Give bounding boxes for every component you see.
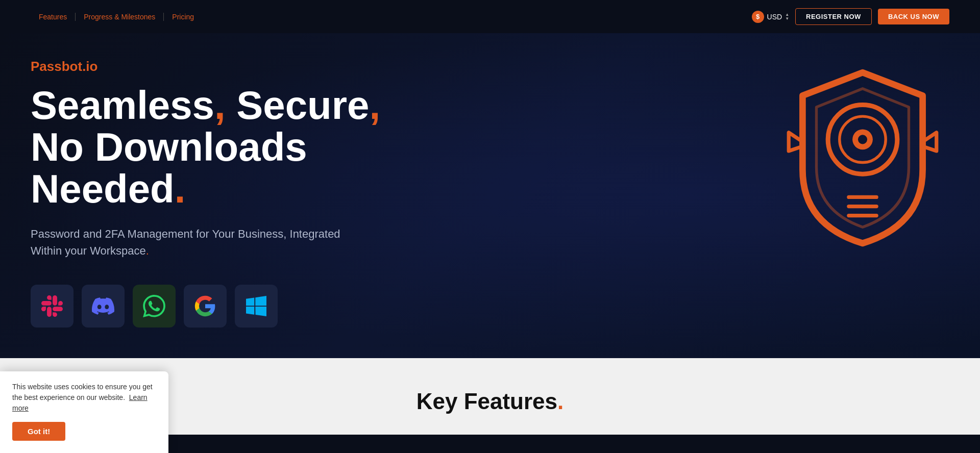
register-button[interactable]: REGISTER NOW [795, 8, 872, 25]
currency-icon: $ [752, 11, 764, 23]
key-features-title: Key Features. [31, 389, 949, 414]
currency-label: USD [767, 13, 782, 21]
hero-illustration [776, 59, 949, 255]
hero-content: Passbot.io Seamless, Secure, No Download… [31, 59, 388, 328]
hero-title-line1: Seamless, Secure, [31, 83, 380, 128]
nav-progress[interactable]: Progress & Milestones [76, 13, 164, 21]
google-integration-icon[interactable] [184, 285, 227, 328]
cookie-accept-button[interactable]: Got it! [12, 422, 65, 441]
svg-point-3 [858, 135, 867, 144]
hero-title-line2: No Downloads Needed. [31, 124, 307, 211]
currency-selector[interactable]: $ USD ▲▼ [752, 11, 789, 23]
currency-arrows-icon: ▲▼ [785, 13, 789, 21]
hero-subtitle: Password and 2FA Management for Your Bus… [31, 225, 388, 259]
back-us-button[interactable]: BACK US NOW [878, 9, 949, 24]
nav-links: Features Progress & Milestones Pricing [31, 13, 202, 21]
cookie-message: This website uses cookies to ensure you … [12, 382, 156, 414]
integrations-row [31, 285, 388, 328]
discord-integration-icon[interactable] [82, 285, 125, 328]
nav-features[interactable]: Features [31, 13, 76, 21]
navigation: Features Progress & Milestones Pricing $… [0, 0, 980, 33]
hero-title: Seamless, Secure, No Downloads Needed. [31, 85, 388, 210]
slack-integration-icon[interactable] [31, 285, 74, 328]
hero-section: Passbot.io Seamless, Secure, No Download… [0, 33, 980, 358]
nav-right: $ USD ▲▼ REGISTER NOW BACK US NOW [752, 8, 949, 25]
cookie-banner: This website uses cookies to ensure you … [0, 371, 168, 453]
windows-integration-icon[interactable] [235, 285, 278, 328]
whatsapp-integration-icon[interactable] [133, 285, 176, 328]
brand-name: Passbot.io [31, 59, 388, 74]
nav-pricing[interactable]: Pricing [164, 13, 202, 21]
